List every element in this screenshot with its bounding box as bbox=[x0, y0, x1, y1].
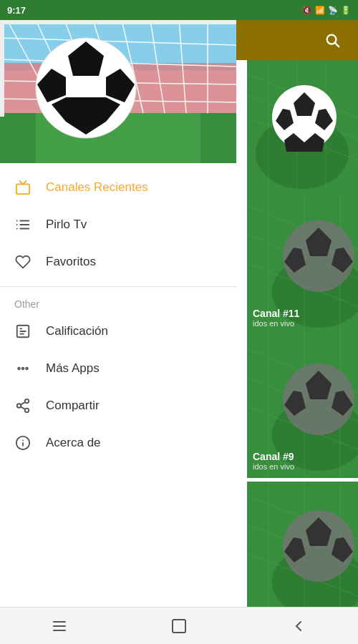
back-button[interactable] bbox=[45, 612, 74, 640]
wifi-icon: 📶 bbox=[315, 6, 325, 15]
bottom-navigation bbox=[0, 607, 358, 644]
card-1[interactable] bbox=[247, 60, 358, 192]
sidebar-item-acerca-de[interactable]: Acerca de bbox=[0, 424, 236, 462]
svg-rect-76 bbox=[16, 184, 29, 194]
card-2-title: Canal #11 bbox=[253, 308, 299, 319]
recent-apps-button[interactable] bbox=[284, 612, 313, 640]
mute-icon: 🔇 bbox=[302, 6, 312, 15]
sidebar-item-canales-recientes[interactable]: Canales Recientes bbox=[0, 169, 236, 206]
svg-line-1 bbox=[335, 43, 339, 47]
heart-icon bbox=[14, 253, 32, 270]
apps-icon bbox=[14, 360, 32, 377]
share-icon bbox=[14, 397, 32, 414]
svg-line-93 bbox=[21, 406, 25, 409]
card-3-title: Canal #9 bbox=[253, 451, 294, 462]
search-button[interactable] bbox=[318, 26, 347, 54]
status-icons: 🔇 📶 📡 🔋 bbox=[302, 6, 351, 15]
calificacion-label: Calificación bbox=[46, 324, 108, 338]
battery-icon: 🔋 bbox=[341, 6, 351, 15]
info-icon bbox=[14, 434, 32, 452]
main-container: Canal #11 idos en vivo bbox=[0, 20, 358, 644]
pirlo-tv-label: Pirlo Tv bbox=[46, 218, 87, 232]
signal-icon: 📡 bbox=[328, 6, 338, 15]
acerca-de-label: Acerca de bbox=[46, 436, 101, 450]
svg-line-94 bbox=[21, 402, 25, 405]
card-2[interactable]: Canal #11 idos en vivo bbox=[247, 192, 358, 335]
svg-point-88 bbox=[22, 368, 24, 370]
star-rate-icon bbox=[14, 323, 32, 340]
menu-section-main: Canales Recientes Pirlo bbox=[0, 163, 236, 287]
svg-point-89 bbox=[26, 368, 28, 370]
sidebar-item-pirlo-tv[interactable]: Pirlo Tv bbox=[0, 206, 236, 243]
card-3-subtitle: idos en vivo bbox=[253, 462, 294, 471]
favoritos-label: Favoritos bbox=[46, 255, 96, 269]
status-bar: 9:17 🔇 📶 📡 🔋 bbox=[0, 0, 358, 20]
navigation-drawer: Canales Recientes Pirlo bbox=[0, 20, 236, 644]
card-4[interactable] bbox=[247, 482, 358, 625]
mas-apps-label: Más Apps bbox=[46, 361, 100, 376]
card-2-subtitle: idos en vivo bbox=[253, 319, 299, 328]
card-2-info: Canal #11 idos en vivo bbox=[253, 308, 299, 328]
canales-recientes-label: Canales Recientes bbox=[46, 180, 148, 195]
sidebar-item-mas-apps[interactable]: Más Apps bbox=[0, 350, 236, 387]
status-time: 9:17 bbox=[7, 5, 26, 16]
menu-section-other: Other Calificación bbox=[0, 287, 236, 464]
compartir-label: Compartir bbox=[46, 399, 100, 413]
svg-rect-101 bbox=[173, 620, 185, 633]
card-3-info: Canal #9 idos en vivo bbox=[253, 451, 294, 471]
svg-rect-74 bbox=[0, 20, 4, 117]
sidebar-item-favoritos[interactable]: Favoritos bbox=[0, 243, 236, 280]
sidebar-item-calificacion[interactable]: Calificación bbox=[0, 313, 236, 350]
tv-icon bbox=[14, 179, 32, 196]
home-button[interactable] bbox=[165, 612, 193, 640]
drawer-hero bbox=[0, 20, 236, 163]
list-icon bbox=[14, 216, 32, 233]
other-section-label: Other bbox=[0, 290, 236, 313]
sidebar-item-compartir[interactable]: Compartir bbox=[0, 387, 236, 424]
svg-point-87 bbox=[18, 368, 20, 370]
svg-rect-75 bbox=[0, 20, 236, 24]
drawer-menu: Canales Recientes Pirlo bbox=[0, 163, 236, 644]
card-3[interactable]: Canal #9 idos en vivo bbox=[247, 335, 358, 478]
